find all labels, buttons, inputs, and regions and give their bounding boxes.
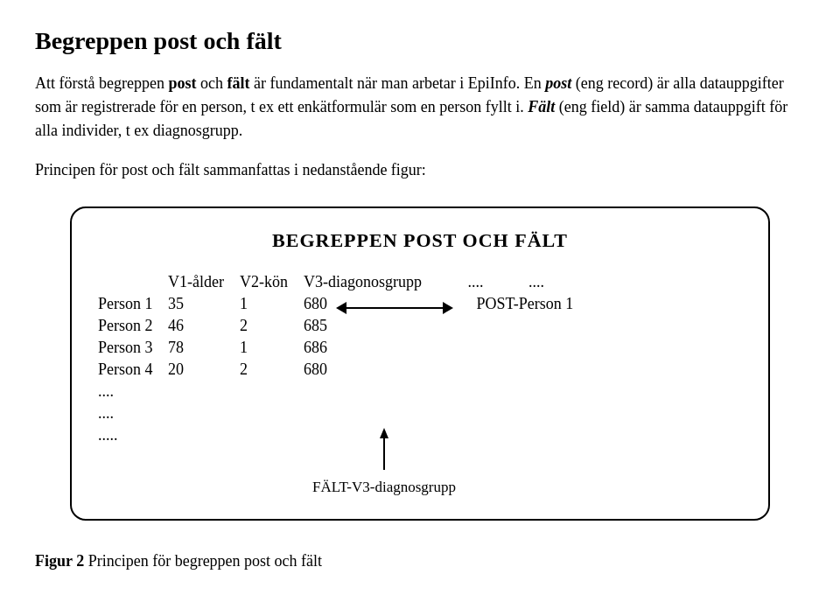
header-col5: .... bbox=[528, 271, 589, 293]
person4-v3: 680 bbox=[304, 359, 468, 381]
summary-paragraph: Principen för post och fält sammanfattas… bbox=[35, 158, 805, 182]
data-table: V1-ålder V2-kön V3-diagonosgrupp .... ..… bbox=[98, 271, 589, 498]
figure-caption: Figur 2 Figur 2 Principen för begreppen … bbox=[35, 552, 805, 570]
dots-row-2: .... bbox=[98, 402, 589, 424]
dots-row-1: .... bbox=[98, 381, 589, 402]
dots1: .... bbox=[98, 381, 168, 402]
table-row: Person 3 78 1 686 bbox=[98, 337, 589, 359]
page-title: Begreppen post och fält bbox=[35, 26, 805, 56]
person3-v1: 78 bbox=[168, 337, 240, 359]
person1-label: Person 1 bbox=[98, 293, 168, 315]
person2-v1: 46 bbox=[168, 315, 240, 337]
person2-v2: 2 bbox=[240, 315, 304, 337]
diagram-box: BEGREPPEN POST OCH FÄLT V1-ålder V2-kön … bbox=[70, 206, 770, 521]
dots-row-3: ..... FÄLT-V3-diagnosgrupp bbox=[98, 424, 589, 498]
person1-v2: 1 bbox=[240, 293, 304, 315]
person3-label: Person 3 bbox=[98, 337, 168, 359]
header-col2: V2-kön bbox=[240, 271, 304, 293]
svg-marker-1 bbox=[380, 428, 388, 438]
header-col0 bbox=[98, 271, 168, 293]
person4-v1: 20 bbox=[168, 359, 240, 381]
table-row: Person 4 20 2 680 bbox=[98, 359, 589, 381]
felt-label: FÄLT-V3-diagnosgrupp bbox=[312, 479, 456, 496]
person1-v1: 35 bbox=[168, 293, 240, 315]
table-row: Person 1 35 1 680 POST-Person 1 bbox=[98, 293, 589, 315]
post-label: POST-Person 1 bbox=[467, 293, 589, 315]
person2-v3: 685 bbox=[304, 315, 468, 337]
dots3: ..... bbox=[98, 424, 168, 498]
person3-v3: 686 bbox=[304, 337, 468, 359]
intro-paragraph: Att förstå begreppen post och fält är fu… bbox=[35, 72, 805, 143]
person1-v3: 680 bbox=[304, 293, 468, 315]
header-col1: V1-ålder bbox=[168, 271, 240, 293]
person3-v2: 1 bbox=[240, 337, 304, 359]
person4-label: Person 4 bbox=[98, 359, 168, 381]
header-col4: .... bbox=[467, 271, 528, 293]
person2-label: Person 2 bbox=[98, 315, 168, 337]
header-col3: V3-diagonosgrupp bbox=[304, 271, 468, 293]
diagram-title: BEGREPPEN POST OCH FÄLT bbox=[98, 229, 742, 252]
table-header-row: V1-ålder V2-kön V3-diagonosgrupp .... ..… bbox=[98, 271, 589, 293]
table-row: Person 2 46 2 685 bbox=[98, 315, 589, 337]
arrow-line bbox=[338, 307, 452, 309]
horizontal-arrow bbox=[338, 307, 452, 309]
vertical-arrow-svg bbox=[377, 426, 391, 479]
person4-v2: 2 bbox=[240, 359, 304, 381]
dots2: .... bbox=[98, 402, 168, 424]
